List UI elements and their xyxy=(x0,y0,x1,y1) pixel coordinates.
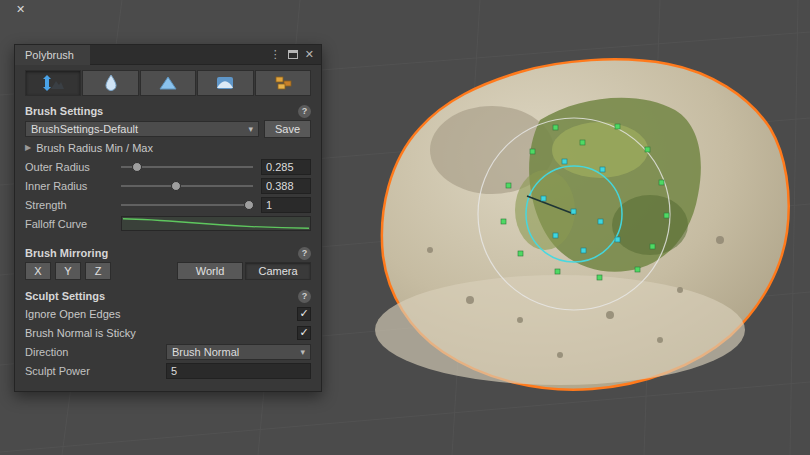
sculpt-power-row: Sculpt Power 5 xyxy=(15,361,321,380)
chevron-down-icon: ▾ xyxy=(242,124,253,134)
direction-label: Direction xyxy=(25,346,166,358)
inner-radius-row: Inner Radius 0.388 xyxy=(15,176,321,195)
panel-title: Polybrush xyxy=(25,49,74,61)
color-icon xyxy=(158,75,178,91)
mode-toolbar xyxy=(15,65,321,103)
preset-row: BrushSettings-Default ▾ Save xyxy=(15,119,321,138)
mirror-z-button[interactable]: Z xyxy=(85,262,111,280)
brush-mirroring-header: Brush Mirroring xyxy=(25,247,108,259)
rock-mesh[interactable] xyxy=(375,59,789,389)
brush-mirroring-header-row: Brush Mirroring ? xyxy=(15,245,321,261)
smooth-icon xyxy=(102,74,120,92)
brush-normal-sticky-checkbox[interactable]: ✓ xyxy=(297,326,311,340)
strength-value[interactable]: 1 xyxy=(261,197,311,213)
outer-radius-slider[interactable] xyxy=(121,161,253,173)
direction-dropdown[interactable]: Brush Normal ▾ xyxy=(166,344,311,360)
falloff-row: Falloff Curve xyxy=(15,214,321,233)
scatter-icon xyxy=(272,75,294,91)
direction-row: Direction Brush Normal ▾ xyxy=(15,342,321,361)
sculpt-settings-header: Sculpt Settings xyxy=(25,290,105,302)
brush-settings-header-row: Brush Settings ? xyxy=(15,103,321,119)
sculpt-settings-header-row: Sculpt Settings ? xyxy=(15,288,321,304)
panel-maximize-icon[interactable] xyxy=(288,50,298,59)
help-icon[interactable]: ? xyxy=(298,247,311,260)
tab-color[interactable] xyxy=(140,70,196,96)
rock-light-face xyxy=(375,275,745,385)
mirror-camera-button[interactable]: Camera xyxy=(245,262,311,280)
radius-foldout-row[interactable]: ▶ Brush Radius Min / Max xyxy=(15,138,321,157)
moss-streak xyxy=(515,170,575,250)
sculpt-power-input[interactable]: 5 xyxy=(166,363,311,379)
ignore-open-edges-checkbox[interactable]: ✓ xyxy=(297,307,311,321)
panel-title-tab[interactable]: Polybrush xyxy=(15,45,90,65)
mirror-row: X Y Z World Camera xyxy=(15,261,321,280)
check-icon: ✓ xyxy=(299,326,308,339)
tab-scatter[interactable] xyxy=(255,70,311,96)
help-icon[interactable]: ? xyxy=(298,290,311,303)
mirror-world-button[interactable]: World xyxy=(177,262,243,280)
inner-radius-slider[interactable] xyxy=(121,180,253,192)
panel-menu-icon[interactable]: ⋮ xyxy=(270,49,281,60)
inner-radius-label: Inner Radius xyxy=(25,180,121,192)
mirror-y-button[interactable]: Y xyxy=(55,262,81,280)
strength-row: Strength 1 xyxy=(15,195,321,214)
polybrush-panel: Polybrush ⋮ ✕ xyxy=(14,44,322,392)
brush-preset-value: BrushSettings-Default xyxy=(31,123,138,135)
tab-smooth[interactable] xyxy=(82,70,138,96)
inner-radius-value[interactable]: 0.388 xyxy=(261,178,311,194)
tab-sculpt[interactable] xyxy=(25,70,81,96)
brush-normal-sticky-label: Brush Normal is Sticky xyxy=(25,327,136,339)
ignore-open-edges-label: Ignore Open Edges xyxy=(25,308,120,320)
chevron-down-icon: ▾ xyxy=(294,347,305,357)
unity-scene-view[interactable]: ✕ xyxy=(0,0,810,455)
texture-icon xyxy=(215,75,235,91)
falloff-label: Falloff Curve xyxy=(25,218,121,230)
sculpt-power-label: Sculpt Power xyxy=(25,365,166,377)
sculpt-icon xyxy=(40,75,66,91)
panel-titlebar[interactable]: Polybrush ⋮ ✕ xyxy=(15,45,321,65)
check-icon: ✓ xyxy=(299,307,308,320)
tab-texture[interactable] xyxy=(197,70,253,96)
save-button[interactable]: Save xyxy=(264,120,311,138)
falloff-curve-icon xyxy=(122,217,310,230)
outer-radius-value[interactable]: 0.285 xyxy=(261,159,311,175)
strength-label: Strength xyxy=(25,199,121,211)
foldout-arrow-icon: ▶ xyxy=(25,143,31,152)
brush-preset-dropdown[interactable]: BrushSettings-Default ▾ xyxy=(25,121,259,137)
mirror-x-button[interactable]: X xyxy=(25,262,51,280)
brush-normal-sticky-row: Brush Normal is Sticky ✓ xyxy=(15,323,321,342)
outer-radius-label: Outer Radius xyxy=(25,161,121,173)
falloff-curve-field[interactable] xyxy=(121,216,311,231)
scene-close-icon[interactable]: ✕ xyxy=(16,3,25,16)
ignore-open-edges-row: Ignore Open Edges ✓ xyxy=(15,304,321,323)
radius-foldout-label: Brush Radius Min / Max xyxy=(36,142,153,154)
brush-settings-header: Brush Settings xyxy=(25,105,103,117)
strength-slider[interactable] xyxy=(121,199,253,211)
direction-value: Brush Normal xyxy=(172,346,239,358)
help-icon[interactable]: ? xyxy=(298,105,311,118)
outer-radius-row: Outer Radius 0.285 xyxy=(15,157,321,176)
panel-close-icon[interactable]: ✕ xyxy=(305,49,314,60)
